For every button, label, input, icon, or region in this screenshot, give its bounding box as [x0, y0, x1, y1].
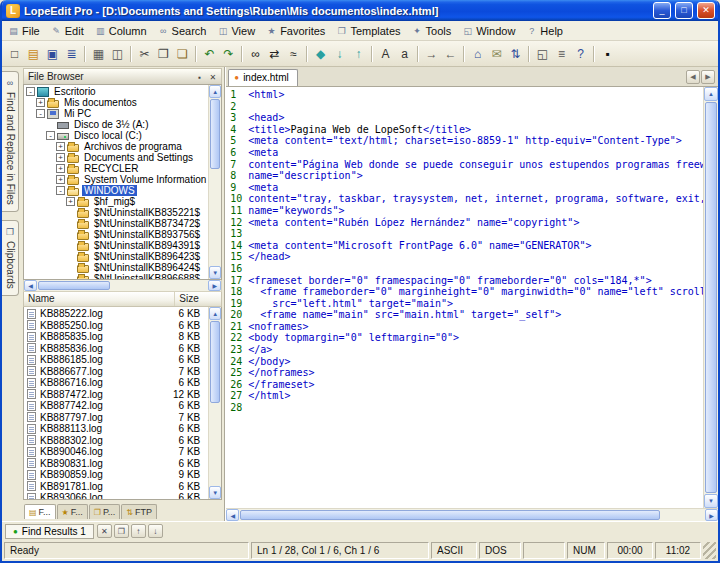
scroll-up-icon[interactable]: ▲ — [209, 307, 221, 320]
tree-item[interactable]: +$hf_mig$ — [24, 196, 208, 207]
print-button[interactable]: ▦ — [89, 44, 108, 63]
replace-button[interactable]: ⇄ — [265, 44, 284, 63]
expand-icon[interactable]: + — [56, 175, 65, 184]
scroll-down-icon[interactable]: ▼ — [209, 266, 221, 279]
scroll-left-icon[interactable]: ◀ — [226, 509, 239, 521]
tree-item[interactable]: -Escritorio — [24, 86, 208, 97]
tree-item[interactable]: $NtUninstallKB893756$ — [24, 229, 208, 240]
copy-results-button[interactable]: ❐ — [114, 524, 129, 538]
file-row[interactable]: KB885835.log8 KB — [24, 331, 208, 343]
collapse-icon[interactable]: - — [36, 109, 45, 118]
scroll-tabs-left-button[interactable]: ◀ — [686, 70, 700, 84]
file-row[interactable]: KB890831.log6 KB — [24, 458, 208, 470]
menu-view[interactable]: ◫View — [213, 23, 262, 39]
editor-vertical-scrollbar[interactable]: ▲ ▼ — [703, 87, 718, 508]
menu-tools[interactable]: ✦Tools — [408, 23, 459, 39]
tree-item[interactable]: $NtUninstallKB896423$ — [24, 251, 208, 262]
file-row[interactable]: KB887797.log7 KB — [24, 412, 208, 424]
side-tab-find-and-replace-in-files[interactable]: ∞Find and Replace in Files — [2, 71, 19, 212]
redo-button[interactable]: ↷ — [219, 44, 238, 63]
side-tab-clipboards[interactable]: ❐Clipboards — [2, 220, 19, 296]
menu-file[interactable]: ▤File — [4, 23, 47, 39]
file-row[interactable]: KB886185.log6 KB — [24, 354, 208, 366]
save-button[interactable]: ▣ — [43, 44, 62, 63]
prev-bookmark-button[interactable]: ↑ — [349, 44, 368, 63]
scroll-right-icon[interactable]: ▶ — [208, 280, 221, 291]
uppercase-button[interactable]: A — [376, 44, 395, 63]
file-row[interactable]: KB890046.log7 KB — [24, 446, 208, 458]
menu-search[interactable]: ∞Search — [154, 23, 214, 39]
scroll-down-icon[interactable]: ▼ — [209, 486, 221, 499]
web-preview-button[interactable]: ⌂ — [468, 44, 487, 63]
scroll-left-icon[interactable]: ◀ — [24, 280, 37, 291]
tree-item[interactable]: $NtUninstallKB873472$ — [24, 218, 208, 229]
find-in-files-button[interactable]: ≈ — [284, 44, 303, 63]
previous-result-button[interactable]: ↑ — [131, 524, 146, 538]
help-button[interactable]: ? — [571, 44, 590, 63]
exit-button[interactable]: ▪ — [598, 44, 617, 63]
scroll-down-icon[interactable]: ▼ — [704, 494, 718, 508]
close-button[interactable]: ✕ — [697, 2, 715, 19]
menu-templates[interactable]: ❐Templates — [332, 23, 407, 39]
file-row[interactable]: KB891781.log6 KB — [24, 481, 208, 493]
find-button[interactable]: ∞ — [246, 44, 265, 63]
send-mail-button[interactable]: ✉ — [487, 44, 506, 63]
resize-grip[interactable] — [703, 542, 716, 559]
options-button[interactable]: ≡ — [552, 44, 571, 63]
panel-tab-projects[interactable]: ❐P... — [89, 504, 121, 519]
name-column-header[interactable]: Name — [24, 292, 175, 306]
editor-hscroll-thumb[interactable] — [240, 510, 660, 520]
menu-edit[interactable]: ✎Edit — [47, 23, 91, 39]
file-row[interactable]: KB888302.log6 KB — [24, 435, 208, 447]
tree-scroll-thumb[interactable] — [210, 99, 220, 169]
file-row[interactable]: KB885836.log6 KB — [24, 343, 208, 355]
print-preview-button[interactable]: ◫ — [108, 44, 127, 63]
indent-button[interactable]: → — [422, 44, 441, 63]
new-file-button[interactable]: □ — [5, 44, 24, 63]
scroll-tabs-right-button[interactable]: ▶ — [701, 70, 715, 84]
tree-item[interactable]: $NtUninstallKB896424$ — [24, 262, 208, 273]
menu-window[interactable]: ◱Window — [458, 23, 522, 39]
expand-icon[interactable]: + — [66, 197, 75, 206]
menu-help[interactable]: ?Help — [522, 23, 570, 39]
tree-item[interactable]: +Archivos de programa — [24, 141, 208, 152]
tree-item[interactable]: $NtUninstallKB894391$ — [24, 240, 208, 251]
size-column-header[interactable]: Size — [175, 292, 221, 306]
collapse-icon[interactable]: - — [56, 186, 65, 195]
expand-icon[interactable]: + — [56, 142, 65, 151]
close-panel-button[interactable]: ✕ — [206, 71, 219, 83]
code-area[interactable]: <html> <head><title>Pagina Web de LopeSo… — [248, 87, 703, 508]
tree-item[interactable]: +Mis documentos — [24, 97, 208, 108]
tree-item[interactable]: $NtUninstallKB896688$ — [24, 273, 208, 279]
tree-item[interactable]: +RECYCLER — [24, 163, 208, 174]
tree-item[interactable]: +Documents and Settings — [24, 152, 208, 163]
menu-favorites[interactable]: ★Favorites — [262, 23, 332, 39]
save-all-button[interactable]: ≣ — [62, 44, 81, 63]
title-bar[interactable]: L LopeEdit Pro - [D:\Documents and Setti… — [2, 0, 718, 21]
bookmark-button[interactable]: ◆ — [311, 44, 330, 63]
tree-item[interactable]: -Mi PC — [24, 108, 208, 119]
tree-item[interactable]: -Disco local (C:) — [24, 130, 208, 141]
editor-surface[interactable]: 1234567891011121314151617181920212223242… — [226, 87, 718, 508]
find-results-tab[interactable]: ● Find Results 1 — [5, 524, 94, 539]
panel-tab-favorites[interactable]: ★F... — [57, 504, 88, 519]
file-row[interactable]: KB886716.log6 KB — [24, 377, 208, 389]
ftp-button[interactable]: ⇅ — [506, 44, 525, 63]
file-row[interactable]: KB887742.log6 KB — [24, 400, 208, 412]
tree-horizontal-scrollbar[interactable]: ◀ ▶ — [23, 280, 222, 292]
clear-results-button[interactable]: ✕ — [97, 524, 112, 538]
paste-button[interactable]: ❏ — [173, 44, 192, 63]
panel-tab-ftp[interactable]: ⇅FTP — [121, 504, 157, 519]
open-file-button[interactable]: ▤ — [24, 44, 43, 63]
tree-item[interactable]: Disco de 3½ (A:) — [24, 119, 208, 130]
expand-icon[interactable]: + — [56, 153, 65, 162]
scroll-up-icon[interactable]: ▲ — [704, 87, 718, 101]
tree-hscroll-thumb[interactable] — [38, 281, 110, 290]
undo-button[interactable]: ↶ — [200, 44, 219, 63]
file-list-scroll-thumb[interactable] — [210, 321, 220, 403]
lowercase-button[interactable]: a — [395, 44, 414, 63]
file-row[interactable]: KB887472.log12 KB — [24, 389, 208, 401]
copy-button[interactable]: ❐ — [154, 44, 173, 63]
scroll-up-icon[interactable]: ▲ — [209, 85, 221, 98]
expand-icon[interactable]: + — [36, 98, 45, 107]
